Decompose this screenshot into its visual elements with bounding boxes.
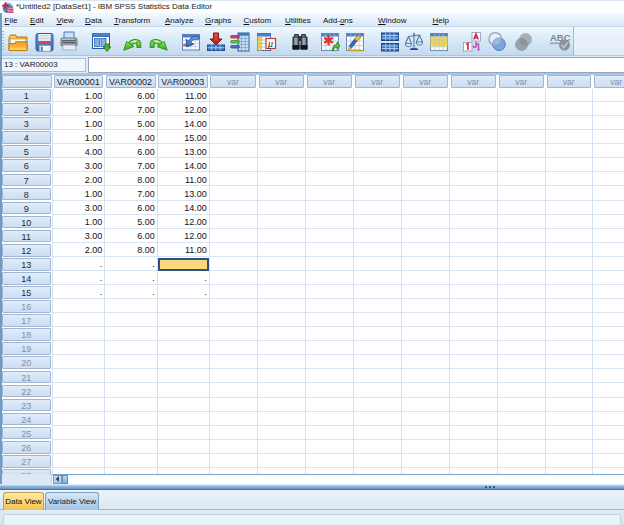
svg-text:μ: μ xyxy=(267,38,273,49)
